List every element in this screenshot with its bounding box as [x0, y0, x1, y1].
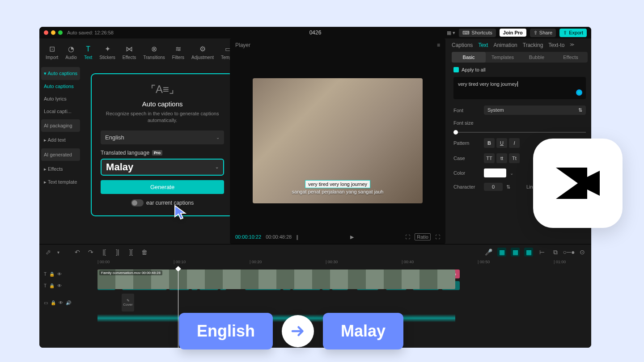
fullscreen-icon[interactable]: ⛶ — [435, 234, 440, 240]
promo-from: English — [179, 313, 273, 349]
tab-animation[interactable]: Animation — [493, 42, 517, 48]
playhead[interactable] — [178, 269, 178, 348]
language-select[interactable]: English⌄ — [101, 130, 224, 144]
tab-audio[interactable]: ◔Audio — [63, 43, 80, 62]
track-opt2-icon[interactable]: ▦ — [511, 248, 520, 257]
video-preview[interactable]: very tired very long journey sangat pena… — [253, 78, 423, 203]
sidebar-ai-generated[interactable]: AI generated — [41, 148, 80, 161]
shortcuts-button[interactable]: ⌨ Shortcuts — [459, 29, 496, 37]
track-opt3-icon[interactable]: ▦ — [524, 248, 533, 257]
property-tabs: Captions Text Animation Tracking Text-to… — [448, 38, 591, 52]
traffic-lights[interactable] — [44, 30, 63, 35]
split-icon[interactable]: |[ — [100, 248, 109, 257]
minimize-window[interactable] — [51, 30, 55, 35]
apply-to-all[interactable]: Apply to all — [453, 67, 586, 72]
promo-overlay: English Malay — [179, 313, 403, 349]
sidebar-effects[interactable]: ▸ Effects — [41, 163, 80, 176]
fontsize-slider[interactable] — [453, 132, 586, 133]
tab-text-to[interactable]: Text-to — [548, 42, 564, 48]
case-lower[interactable]: tt — [496, 153, 507, 163]
property-subtabs: Basic Templates Bubble Effects — [452, 52, 588, 63]
clear-captions-toggle[interactable]: ear current captions — [101, 199, 224, 206]
menu-icon[interactable]: ≡ — [437, 42, 440, 48]
character-spacing-input[interactable]: 0 — [484, 183, 503, 191]
sidebar-ai-packaging[interactable]: AI packaging — [41, 119, 80, 132]
track-head-2[interactable]: T 🔒 👁 — [39, 283, 80, 288]
layout-icon[interactable]: ▦ ▾ — [447, 30, 455, 36]
zoom-slider[interactable]: ○─● — [564, 248, 573, 257]
sidebar-local-captions[interactable]: Local capti... — [41, 105, 80, 118]
underline-button[interactable]: U — [496, 138, 507, 148]
caption-text-input[interactable]: very tired very long journey — [453, 77, 586, 99]
subtab-basic[interactable]: Basic — [452, 52, 486, 63]
ai-icon[interactable] — [576, 89, 582, 96]
generate-button[interactable]: Generate — [101, 180, 224, 194]
mic-icon[interactable]: 🎤 — [484, 248, 493, 257]
delete-icon[interactable]: 🗑 — [140, 248, 149, 257]
more-icon[interactable]: ≫ — [570, 42, 574, 48]
character-label: Character — [453, 184, 480, 189]
tab-adjustment[interactable]: ⚙Adjustment — [189, 43, 216, 62]
cover-button[interactable]: ✎Cover — [122, 294, 134, 311]
font-label: Font — [453, 108, 480, 113]
audio-icon: ◔ — [67, 45, 75, 53]
subtab-templates[interactable]: Templates — [486, 52, 520, 63]
case-upper[interactable]: TT — [484, 153, 495, 163]
text-icon: T — [84, 45, 92, 53]
undo-icon[interactable]: ↶ — [73, 248, 82, 257]
subtab-bubble[interactable]: Bubble — [520, 52, 554, 63]
prev-frame-icon[interactable]: ‖ — [296, 234, 299, 240]
transitions-icon: ⊗ — [150, 45, 158, 53]
titlebar: Auto saved: 12:26:58 0426 ▦ ▾ ⌨ Shortcut… — [39, 27, 591, 38]
timeline-ruler[interactable]: | 00:00| 00:10| 00:20| 00:30| 00:40| 00:… — [39, 260, 591, 269]
case-title[interactable]: Tt — [509, 153, 520, 163]
card-title: Auto captions — [101, 100, 224, 108]
translated-label: Translated languagePro — [101, 150, 224, 156]
close-window[interactable] — [44, 30, 48, 35]
translated-language-select[interactable]: Malay⌄ — [101, 159, 224, 176]
tab-stickers[interactable]: ✦Stickers — [97, 43, 118, 62]
redo-icon[interactable]: ↷ — [86, 248, 95, 257]
export-button[interactable]: ⇧ Export — [559, 29, 587, 37]
sidebar-auto-captions[interactable]: Auto captions — [41, 80, 80, 93]
track-opt1-icon[interactable]: ▦ — [497, 248, 506, 257]
sidebar-auto-lyrics[interactable]: Auto lyrics — [41, 93, 80, 105]
tab-transitions[interactable]: ⊗Transitions — [140, 43, 168, 62]
track-head-video[interactable]: ▭ 🔒 👁 🔊 — [39, 300, 80, 305]
maximize-window[interactable] — [58, 30, 63, 35]
caption-english[interactable]: very tired very long journey — [305, 180, 370, 188]
crop-icon[interactable]: ⛶ — [405, 234, 410, 240]
split3-icon[interactable]: ][ — [127, 248, 136, 257]
tab-import[interactable]: ⊡Import — [43, 43, 61, 62]
fit-icon[interactable]: ⊙ — [578, 248, 587, 257]
tab-effects[interactable]: ⋈Effects — [120, 43, 139, 62]
play-icon[interactable]: ▶ — [350, 234, 354, 240]
tab-captions[interactable]: Captions — [452, 42, 473, 48]
tab-filters[interactable]: ≋Filters — [169, 43, 187, 62]
color-picker[interactable] — [484, 168, 506, 177]
project-title: 0426 — [309, 29, 322, 36]
join-pro-button[interactable]: Join Pro — [500, 29, 526, 37]
media-panel: ⊡Import ◔Audio TText ✦Stickers ⋈Effects … — [39, 38, 227, 244]
split2-icon[interactable]: ]| — [113, 248, 122, 257]
tab-tracking[interactable]: Tracking — [523, 42, 543, 48]
ratio-button[interactable]: Ratio — [415, 233, 431, 240]
share-button[interactable]: ⇪ Share — [530, 29, 556, 37]
promo-to: Malay — [323, 313, 403, 349]
magnet-icon[interactable]: ⊢ — [538, 248, 547, 257]
video-clip[interactable]: Family conversation.mov 00:00:48:28 — [97, 269, 455, 289]
italic-button[interactable]: I — [509, 138, 520, 148]
link-icon[interactable]: ⧉ — [551, 248, 560, 257]
sidebar-add-text[interactable]: ▸ Add text — [41, 134, 80, 147]
subtab-effects[interactable]: Effects — [554, 52, 588, 63]
tab-text[interactable]: TText — [81, 43, 95, 62]
sidebar-text-template[interactable]: ▸ Text template — [41, 176, 80, 189]
pointer-tool[interactable]: ⬀ — [44, 248, 53, 257]
bold-button[interactable]: B — [484, 138, 495, 148]
font-select[interactable]: System⇅ — [484, 105, 586, 115]
tab-text-props[interactable]: Text — [478, 42, 488, 48]
track-head-1[interactable]: T 🔒 👁 — [39, 272, 80, 277]
auto-captions-card: ⌜A≡⌟ Auto captions Recognize speech in t… — [91, 73, 234, 216]
sidebar-auto-captions-parent[interactable]: ▾ Auto captions — [41, 67, 80, 80]
autosave-status: Auto saved: 12:26:58 — [67, 30, 114, 35]
